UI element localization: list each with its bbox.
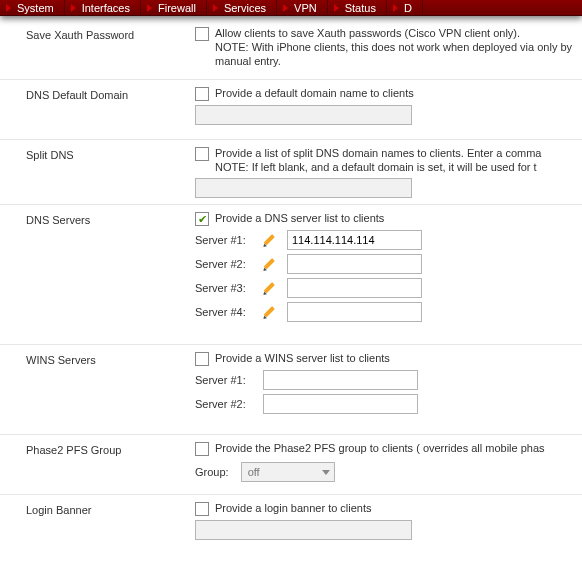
nav-item-d[interactable]: D [387, 0, 423, 15]
arrow-icon [6, 4, 11, 12]
dns-server-3-input[interactable] [287, 278, 422, 298]
wins-server-1-input[interactable] [263, 370, 418, 390]
top-nav: System Interfaces Firewall Services VPN … [0, 0, 582, 16]
row-xauth: Save Xauth Password Allow clients to sav… [0, 20, 582, 80]
arrow-icon [393, 4, 398, 12]
wins-servers-checkbox[interactable] [195, 352, 209, 366]
label-split-dns: Split DNS [0, 146, 185, 198]
split-dns-checkbox[interactable] [195, 147, 209, 161]
wins-server-2-label: Server #2: [195, 398, 255, 410]
form-area: Save Xauth Password Allow clients to sav… [0, 16, 582, 555]
dns-servers-checkbox[interactable] [195, 212, 209, 226]
arrow-icon [71, 4, 76, 12]
wins-server-line-2: Server #2: [195, 394, 578, 414]
login-banner-input[interactable] [195, 520, 412, 540]
pencil-icon [263, 304, 279, 320]
pfs-checkbox[interactable] [195, 442, 209, 456]
row-dns-servers: DNS Servers Provide a DNS server list to… [0, 205, 582, 345]
dns-server-line-3: Server #3: [195, 278, 578, 298]
row-login-banner: Login Banner Provide a login banner to c… [0, 495, 582, 555]
label-wins-servers: WINS Servers [0, 351, 185, 428]
login-banner-desc: Provide a login banner to clients [215, 501, 372, 515]
arrow-icon [283, 4, 288, 12]
split-dns-desc: Provide a list of split DNS domain names… [215, 146, 541, 174]
dns-server-line-1: Server #1: [195, 230, 578, 250]
dns-server-2-input[interactable] [287, 254, 422, 274]
label-dns-domain: DNS Default Domain [0, 86, 185, 133]
row-split-dns: Split DNS Provide a list of split DNS do… [0, 140, 582, 205]
label-dns-servers: DNS Servers [0, 211, 185, 338]
wins-server-2-input[interactable] [263, 394, 418, 414]
nav-item-status[interactable]: Status [328, 0, 387, 15]
pfs-desc: Provide the Phase2 PFS group to clients … [215, 441, 545, 455]
pfs-group-label: Group: [195, 466, 229, 478]
dns-domain-desc: Provide a default domain name to clients [215, 86, 414, 100]
split-dns-input[interactable] [195, 178, 412, 198]
nav-item-vpn[interactable]: VPN [277, 0, 328, 15]
label-pfs: Phase2 PFS Group [0, 441, 185, 488]
dns-server-line-4: Server #4: [195, 302, 578, 322]
dns-server-1-input[interactable] [287, 230, 422, 250]
wins-server-line-1: Server #1: [195, 370, 578, 390]
dns-server-4-label: Server #4: [195, 306, 255, 318]
dns-domain-input[interactable] [195, 105, 412, 125]
label-xauth: Save Xauth Password [0, 26, 185, 73]
xauth-checkbox[interactable] [195, 27, 209, 41]
dns-server-2-label: Server #2: [195, 258, 255, 270]
dns-server-3-label: Server #3: [195, 282, 255, 294]
wins-servers-desc: Provide a WINS server list to clients [215, 351, 390, 365]
arrow-icon [334, 4, 339, 12]
dns-server-1-label: Server #1: [195, 234, 255, 246]
nav-item-services[interactable]: Services [207, 0, 277, 15]
dns-server-4-input[interactable] [287, 302, 422, 322]
arrow-icon [147, 4, 152, 12]
dns-domain-checkbox[interactable] [195, 87, 209, 101]
row-dns-domain: DNS Default Domain Provide a default dom… [0, 80, 582, 140]
xauth-desc: Allow clients to save Xauth passwords (C… [215, 26, 578, 68]
pfs-group-select[interactable]: off [241, 462, 335, 482]
label-login-banner: Login Banner [0, 501, 185, 549]
pfs-group-value: off [248, 466, 260, 478]
wins-server-1-label: Server #1: [195, 374, 255, 386]
nav-item-system[interactable]: System [0, 0, 65, 15]
pencil-icon [263, 280, 279, 296]
chevron-down-icon [322, 470, 330, 475]
login-banner-checkbox[interactable] [195, 502, 209, 516]
dns-server-line-2: Server #2: [195, 254, 578, 274]
pencil-icon [263, 232, 279, 248]
pencil-icon [263, 256, 279, 272]
row-wins-servers: WINS Servers Provide a WINS server list … [0, 345, 582, 435]
arrow-icon [213, 4, 218, 12]
row-pfs: Phase2 PFS Group Provide the Phase2 PFS … [0, 435, 582, 495]
nav-item-interfaces[interactable]: Interfaces [65, 0, 141, 15]
dns-servers-desc: Provide a DNS server list to clients [215, 211, 384, 225]
nav-item-firewall[interactable]: Firewall [141, 0, 207, 15]
